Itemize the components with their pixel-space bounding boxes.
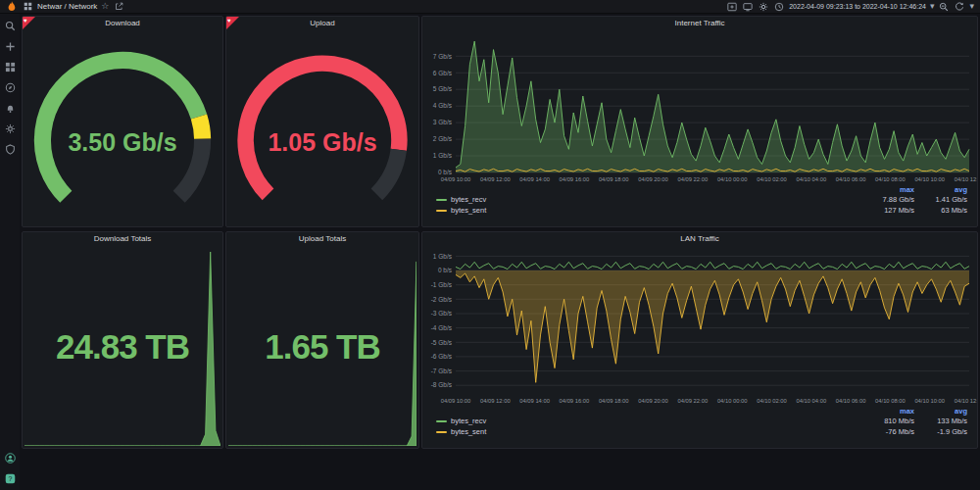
star-icon[interactable]: ☆ [101,2,109,11]
cycle-view-icon[interactable] [742,1,754,13]
dashboard-settings-gear-icon[interactable] [758,1,769,13]
search-icon[interactable] [5,21,16,31]
lan-plot: 1 Gb/s0 b/s-1 Gb/s-2 Gb/s-3 Gb/s-4 Gb/s-… [422,246,977,405]
y-tick-label: 0 b/s [438,169,453,175]
server-admin-shield-icon[interactable] [5,144,16,155]
user-avatar[interactable] [5,453,16,464]
x-tick-label: 04/10 12:00 [955,398,977,404]
internet-traffic-chart[interactable]: 7 Gb/s6 Gb/s5 Gb/s4 Gb/s3 Gb/s2 Gb/s1 Gb… [422,30,977,183]
alert-heart-icon: ♥ [24,18,27,24]
y-tick-label: 1 Gb/s [433,253,453,260]
bytes_recv-area [456,41,969,172]
series-avg: 63 Mb/s [914,206,967,215]
refresh-interval-chevron-icon[interactable]: ▾ [969,2,974,11]
legend-row-bytes-recv: bytes_recv 7.88 Gb/s 1.41 Gb/s [436,194,967,205]
alerting-bell-icon[interactable] [5,103,16,114]
time-range-chevron-icon[interactable]: ▾ [930,2,935,11]
x-tick-label: 04/09 16:00 [560,398,590,404]
series-swatch [436,420,447,422]
create-plus-icon[interactable] [5,41,16,52]
x-tick-label: 04/10 04:00 [796,398,826,404]
download-totals-sparkline [24,248,220,446]
internet-plot: 7 Gb/s6 Gb/s5 Gb/s4 Gb/s3 Gb/s2 Gb/s1 Gb… [422,30,977,183]
legend-header-max[interactable]: max [861,407,914,416]
bytes_recv-line [456,262,969,269]
upload-totals-stat[interactable]: 1.65 TB [226,246,418,448]
dashboards-icon[interactable] [22,1,33,13]
add-panel-icon[interactable] [726,1,738,13]
gauge-segment [376,150,398,195]
upload-gauge-arc [226,30,418,226]
x-tick-label: 04/10 10:00 [914,398,945,404]
panel-upload-totals: Upload Totals 1.65 TB [225,231,419,449]
nav-right: 2022-04-09 09:23:13 to 2022-04-10 12:46:… [726,1,974,13]
upload-gauge[interactable]: 1.05 Gb/s [226,30,418,226]
series-max: 810 Mb/s [861,416,914,425]
gauge-segment [179,139,203,197]
download-totals-spark [24,248,220,446]
series-swatch [436,431,447,433]
y-tick-label: 3 Gb/s [433,119,453,125]
series-name[interactable]: bytes_recv [451,195,861,204]
x-tick-label: 04/09 10:00 [441,176,471,182]
panel-download: ♥ Download 3.50 Gb/s [22,16,223,227]
y-tick-label: 0 b/s [438,267,453,273]
help-icon[interactable]: ? [5,473,16,484]
x-tick-label: 04/09 12:00 [480,398,511,404]
breadcrumb[interactable]: Netwar / Network [37,2,97,11]
x-tick-label: 04/09 20:00 [638,398,668,404]
x-tick-label: 04/10 08:00 [875,176,906,182]
gauge-segment [199,117,203,139]
panel-title-upload[interactable]: Upload [226,17,418,30]
y-tick-label: -2 Gb/s [431,296,453,303]
download-gauge-arc [23,30,222,226]
panel-title-upload-totals[interactable]: Upload Totals [226,232,418,246]
alert-corner-indicator: ♥ [23,17,35,29]
legend-header-max[interactable]: max [861,185,914,194]
series-name[interactable]: bytes_recv [451,416,861,425]
x-tick-label: 04/10 02:00 [757,176,787,182]
download-gauge[interactable]: 3.50 Gb/s [23,30,222,226]
series-avg: 133 Mb/s [914,416,967,425]
legend-header-avg[interactable]: avg [914,185,967,194]
x-tick-label: 04/10 10:00 [914,176,945,182]
x-tick-label: 04/09 16:00 [560,176,590,182]
series-avg: 1.41 Gb/s [914,195,967,204]
panel-title-download-totals[interactable]: Download Totals [23,232,222,246]
series-name[interactable]: bytes_sent [451,427,861,436]
explore-compass-icon[interactable] [5,82,16,93]
y-tick-label: -3 Gb/s [431,310,453,317]
x-tick-label: 04/10 02:00 [757,398,787,404]
spark-area [24,252,220,446]
upload-totals-sparkline [228,248,416,446]
panel-download-totals: Download Totals 24.83 TB [22,231,223,449]
refresh-icon[interactable] [954,1,965,13]
grafana-logo[interactable] [6,1,18,13]
configuration-gear-icon[interactable] [5,123,16,134]
y-tick-label: 2 Gb/s [433,135,453,142]
panel-title-download[interactable]: Download [23,17,222,30]
legend-header-row: max avg [436,184,967,194]
y-tick-label: 1 Gb/s [433,152,453,159]
time-range-picker[interactable]: 2022-04-09 09:23:13 to 2022-04-10 12:46:… [789,3,926,10]
x-tick-label: 04/09 22:00 [677,398,708,404]
x-tick-label: 04/09 14:00 [519,398,550,404]
download-totals-stat[interactable]: 24.83 TB [23,246,222,448]
spark-area [228,262,416,446]
share-icon[interactable] [113,1,124,13]
x-tick-label: 04/10 06:00 [836,398,866,404]
x-tick-label: 04/09 14:00 [519,176,550,182]
clock-icon [773,1,785,13]
panel-title-internet-traffic[interactable]: Internet Traffic [422,17,977,30]
lan-traffic-legend: max avg bytes_recv 810 Mb/s 133 Mb/s byt… [422,405,977,448]
lan-traffic-chart[interactable]: 1 Gb/s0 b/s-1 Gb/s-2 Gb/s-3 Gb/s-4 Gb/s-… [422,246,977,405]
dashboards-nav-icon[interactable] [5,62,16,73]
x-tick-label: 04/10 04:00 [796,176,826,182]
panel-title-lan-traffic[interactable]: LAN Traffic [422,232,977,246]
zoom-out-icon[interactable] [938,1,950,13]
series-name[interactable]: bytes_sent [451,206,861,215]
legend-header-avg[interactable]: avg [914,407,967,416]
y-tick-label: 4 Gb/s [433,102,453,109]
y-tick-label: -7 Gb/s [431,368,453,374]
y-tick-label: 6 Gb/s [433,70,453,76]
